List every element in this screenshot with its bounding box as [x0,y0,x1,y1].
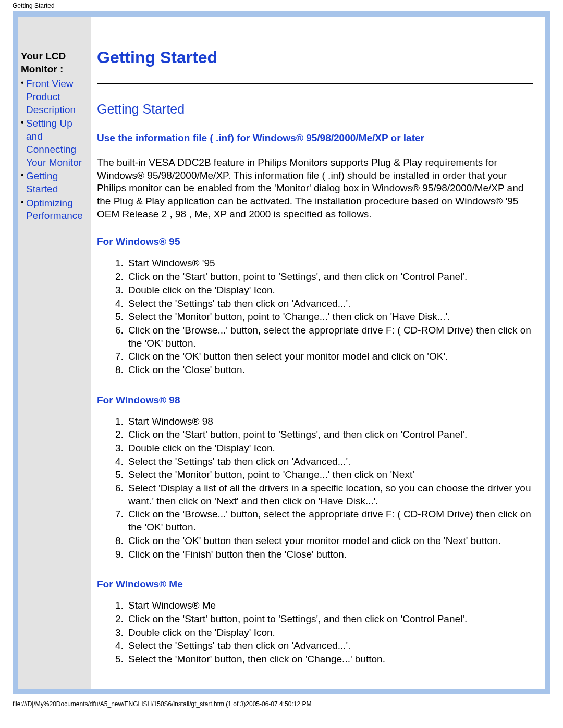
step-item: Select the 'Monitor' button, point to 'C… [126,468,533,482]
step-item: Click on the 'Close' button. [126,364,533,377]
sidebar-title: Your LCD Monitor : [21,50,89,76]
sidebar: Your LCD Monitor : Front View Product De… [18,17,91,689]
horizontal-rule [97,83,533,84]
sidebar-link[interactable]: Getting Started [26,170,58,194]
step-item: Click on the 'Start' button, point to 'S… [126,428,533,441]
step-item: Double click on the 'Display' Icon. [126,626,533,639]
step-item: Click on the 'Browse...' button, select … [126,324,533,350]
section-title: Getting Started [97,102,533,117]
steps-win98: Start Windows® 98 Click on the 'Start' b… [97,415,533,561]
os-heading-win95: For Windows® 95 [97,236,533,248]
os-heading-win98: For Windows® 98 [97,394,533,406]
sidebar-link[interactable]: Optimizing Performance [26,198,83,221]
step-item: Click on the 'Browse...' button, select … [126,508,533,534]
step-item: Double click on the 'Display' Icon. [126,284,533,297]
sidebar-item-front-view[interactable]: Front View Product Description [21,78,89,116]
step-item: Click on the 'Start' button, point to 'S… [126,613,533,626]
outer-frame: Your LCD Monitor : Front View Product De… [13,11,550,694]
step-item: Select the 'Settings' tab then click on … [126,298,533,311]
step-item: Click on the 'Start' button, point to 'S… [126,270,533,283]
os-heading-winme: For Windows® Me [97,578,533,590]
page-title: Getting Started [97,48,533,67]
sidebar-list: Front View Product Description Setting U… [21,78,89,223]
step-item: Start Windows® Me [126,599,533,612]
step-item: Click on the 'Finish' button then the 'C… [126,548,533,561]
sidebar-link[interactable]: Setting Up and Connecting Your Monitor [26,118,82,167]
step-item: Select the 'Monitor' button, then click … [126,653,533,666]
step-item: Select 'Display a list of all the driver… [126,482,533,508]
sidebar-item-getting-started[interactable]: Getting Started [21,170,89,195]
steps-winme: Start Windows® Me Click on the 'Start' b… [97,599,533,665]
step-item: Double click on the 'Display' Icon. [126,442,533,455]
sidebar-link[interactable]: Front View Product Description [26,78,76,115]
step-item: Select the 'Settings' tab then click on … [126,455,533,468]
sub-heading: Use the information file ( .inf) for Win… [97,132,533,144]
main-content: Getting Started Getting Started Use the … [91,17,545,689]
inner-page: Your LCD Monitor : Front View Product De… [18,17,545,689]
step-item: Select the 'Monitor' button, point to 'C… [126,311,533,324]
step-item: Select the 'Settings' tab then click on … [126,639,533,652]
step-item: Click on the 'OK' button then select you… [126,350,533,363]
steps-win95: Start Windows® '95 Click on the 'Start' … [97,257,533,376]
page-header-text: Getting Started [0,0,563,11]
step-item: Start Windows® '95 [126,257,533,270]
step-item: Start Windows® 98 [126,415,533,428]
intro-paragraph: The built-in VESA DDC2B feature in Phili… [97,156,533,220]
step-item: Click on the 'OK' button then select you… [126,535,533,548]
page-footer-text: file:///D|/My%20Documents/dfu/A5_new/ENG… [0,700,563,712]
sidebar-item-setting-up[interactable]: Setting Up and Connecting Your Monitor [21,117,89,169]
sidebar-item-optimizing[interactable]: Optimizing Performance [21,197,89,223]
